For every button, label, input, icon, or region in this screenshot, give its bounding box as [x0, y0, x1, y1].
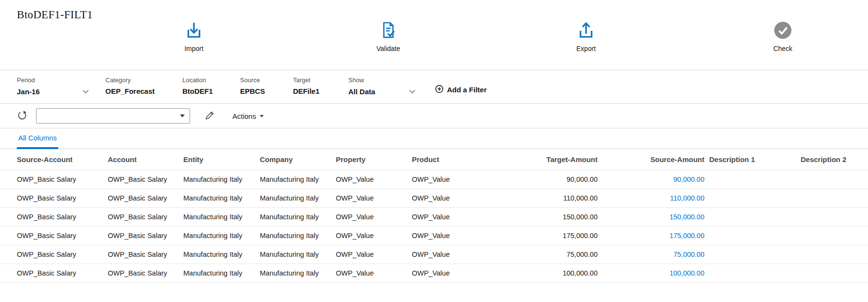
- source-label: Source: [240, 76, 279, 84]
- add-filter-icon: [435, 85, 444, 95]
- period-filter[interactable]: Period Jan-16: [17, 76, 89, 96]
- cell-property: OWP_Value: [336, 264, 412, 283]
- cell-description1: [709, 226, 801, 245]
- chevron-down-icon: [409, 87, 416, 96]
- cell-entity: Manufacturing Italy: [183, 170, 260, 189]
- edit-button[interactable]: [204, 109, 216, 123]
- export-icon: [576, 20, 596, 40]
- cell-source_amount[interactable]: 175,000.00: [602, 226, 709, 245]
- cell-company: Manufacturing Italy: [260, 170, 336, 189]
- show-filter[interactable]: Show All Data: [348, 76, 416, 96]
- cell-company: Manufacturing Italy: [260, 189, 336, 208]
- cell-target_amount: 150,000.00: [481, 208, 602, 226]
- show-value: All Data: [348, 88, 375, 96]
- cell-property: OWP_Value: [336, 189, 412, 208]
- import-label: Import: [184, 45, 204, 52]
- show-label: Show: [348, 76, 416, 84]
- cell-source_account: OWP_Basic Salary: [0, 189, 108, 208]
- column-header-company[interactable]: Company: [260, 149, 336, 170]
- cell-company: Manufacturing Italy: [260, 264, 336, 283]
- filter-bar: Period Jan-16 Category OEP_Forecast Loca…: [0, 70, 868, 104]
- cell-description2: [801, 170, 868, 189]
- cell-source_account: OWP_Basic Salary: [0, 208, 108, 226]
- validate-icon: [378, 20, 398, 40]
- check-button[interactable]: Check: [773, 20, 793, 52]
- location-label: Location: [182, 76, 226, 84]
- cell-account: OWP_Basic Salary: [108, 226, 183, 245]
- cell-description1: [709, 264, 801, 283]
- cell-product: OWP_Value: [412, 245, 481, 264]
- data-table: Source-AccountAccountEntityCompanyProper…: [0, 149, 868, 283]
- source-value: EPBCS: [240, 87, 279, 95]
- combobox-caret-icon: [180, 114, 185, 117]
- tab-bar: All Columns: [0, 128, 868, 149]
- cell-property: OWP_Value: [336, 245, 412, 264]
- import-button[interactable]: Import: [184, 20, 204, 52]
- cell-source_amount[interactable]: 90,000.00: [602, 170, 709, 189]
- cell-description1: [709, 245, 801, 264]
- category-filter: Category OEP_Forecast: [105, 76, 167, 95]
- cell-description2: [801, 245, 868, 264]
- cell-target_amount: 75,000.00: [481, 245, 602, 264]
- column-header-product[interactable]: Product: [412, 149, 481, 170]
- pov-combobox-input[interactable]: [37, 109, 180, 123]
- cell-source_amount[interactable]: 75,000.00: [602, 245, 709, 264]
- cell-source_account: OWP_Basic Salary: [0, 170, 108, 189]
- cell-source_amount[interactable]: 100,000.00: [602, 264, 709, 283]
- period-label: Period: [17, 76, 89, 84]
- cell-target_amount: 110,000.00: [481, 189, 602, 208]
- target-filter: Target DEFile1: [293, 76, 334, 95]
- location-value: BtoDEF1: [182, 87, 226, 95]
- cell-account: OWP_Basic Salary: [108, 170, 183, 189]
- column-header-target_amount[interactable]: Target-Amount: [481, 149, 602, 170]
- cell-source_amount[interactable]: 150,000.00: [602, 208, 709, 226]
- refresh-button[interactable]: [16, 109, 28, 123]
- column-header-property[interactable]: Property: [336, 149, 412, 170]
- column-header-description2[interactable]: Description 2: [801, 149, 868, 170]
- column-header-description1[interactable]: Description 1: [709, 149, 801, 170]
- add-filter-button[interactable]: Add a Filter: [435, 85, 487, 95]
- cell-product: OWP_Value: [412, 189, 481, 208]
- cell-entity: Manufacturing Italy: [183, 226, 260, 245]
- cell-property: OWP_Value: [336, 208, 412, 226]
- cell-description1: [709, 189, 801, 208]
- cell-description2: [801, 264, 868, 283]
- pov-combobox[interactable]: [36, 108, 190, 124]
- cell-source_account: OWP_Basic Salary: [0, 245, 108, 264]
- grid-toolbar: Actions: [0, 104, 868, 128]
- cell-property: OWP_Value: [336, 226, 412, 245]
- target-value: DEFile1: [293, 87, 334, 95]
- tab-all-columns[interactable]: All Columns: [17, 134, 58, 149]
- cell-source_account: OWP_Basic Salary: [0, 264, 108, 283]
- actions-label: Actions: [232, 112, 256, 120]
- cell-description1: [709, 170, 801, 189]
- category-label: Category: [105, 76, 167, 84]
- cell-account: OWP_Basic Salary: [108, 245, 183, 264]
- page-title: BtoDEF1-FILT1: [17, 9, 93, 21]
- export-label: Export: [576, 45, 596, 52]
- cell-account: OWP_Basic Salary: [108, 208, 183, 226]
- cell-source_account: OWP_Basic Salary: [0, 226, 108, 245]
- validate-button[interactable]: Validate: [376, 20, 400, 52]
- cell-property: OWP_Value: [336, 170, 412, 189]
- cell-source_amount[interactable]: 110,000.00: [602, 189, 709, 208]
- cell-description2: [801, 226, 868, 245]
- cell-account: OWP_Basic Salary: [108, 189, 183, 208]
- cell-company: Manufacturing Italy: [260, 226, 336, 245]
- cell-account: OWP_Basic Salary: [108, 264, 183, 283]
- cell-target_amount: 100,000.00: [481, 264, 602, 283]
- target-label: Target: [293, 76, 334, 84]
- cell-target_amount: 90,000.00: [481, 170, 602, 189]
- table-row: OWP_Basic SalaryOWP_Basic SalaryManufact…: [0, 170, 868, 189]
- column-header-account[interactable]: Account: [108, 149, 183, 170]
- actions-menu-button[interactable]: Actions: [230, 112, 267, 121]
- cell-description2: [801, 189, 868, 208]
- table-header-row: Source-AccountAccountEntityCompanyProper…: [0, 149, 868, 170]
- period-value: Jan-16: [17, 88, 40, 96]
- column-header-source_account[interactable]: Source-Account: [0, 149, 108, 170]
- export-button[interactable]: Export: [576, 20, 596, 52]
- column-header-source_amount[interactable]: Source-Amount: [602, 149, 709, 170]
- category-value: OEP_Forecast: [105, 87, 167, 95]
- column-header-entity[interactable]: Entity: [183, 149, 260, 170]
- cell-target_amount: 175,000.00: [481, 226, 602, 245]
